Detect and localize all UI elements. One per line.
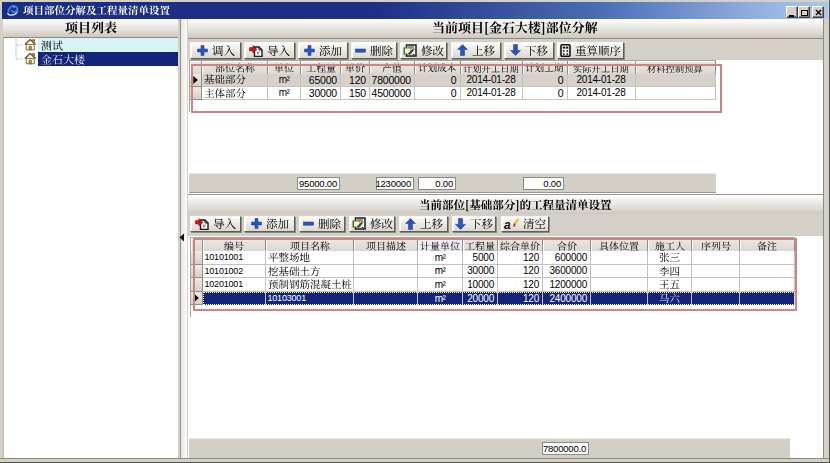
- svg-text:a: a: [504, 218, 511, 231]
